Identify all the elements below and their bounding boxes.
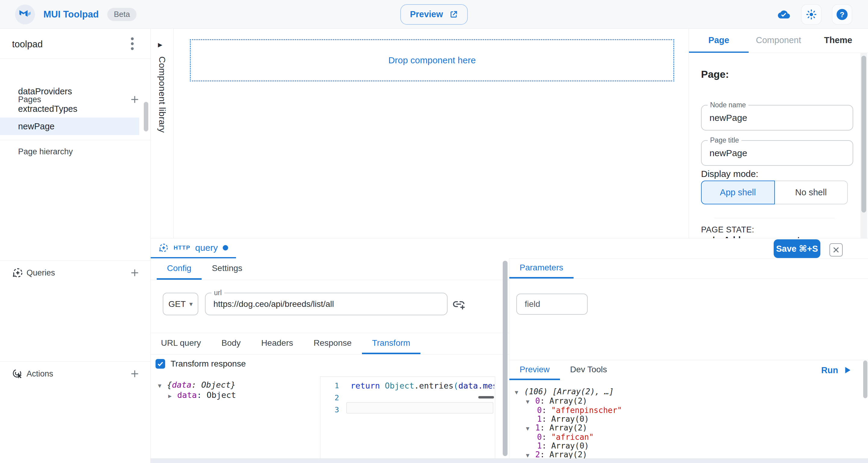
sidebar-item-dataProviders[interactable]: dataProviders bbox=[0, 83, 139, 100]
inspector-scrollbar[interactable] bbox=[861, 53, 867, 238]
no-shell-toggle[interactable]: No shell bbox=[775, 181, 848, 204]
actions-icon bbox=[12, 368, 23, 379]
tab-headers[interactable]: Headers bbox=[251, 333, 304, 354]
expand-triangle-icon[interactable]: ▶ bbox=[158, 41, 162, 48]
query-protocol-label: HTTP bbox=[174, 244, 190, 251]
node-name-input[interactable] bbox=[702, 105, 852, 130]
tab-settings[interactable]: Settings bbox=[202, 258, 253, 280]
beta-badge: Beta bbox=[107, 8, 137, 21]
close-query-button[interactable] bbox=[830, 243, 843, 256]
sidebar-item-newPage[interactable]: newPage bbox=[0, 118, 139, 135]
tab-config[interactable]: Config bbox=[157, 258, 202, 280]
expanded-arrow-icon[interactable]: ▼ bbox=[526, 451, 535, 459]
theme-toggle-button[interactable] bbox=[801, 4, 822, 25]
sidebar-item-extractedTypes[interactable]: extractedTypes bbox=[0, 100, 139, 118]
transform-response-row: Transform response bbox=[156, 358, 246, 370]
preview-button-label: Preview bbox=[410, 9, 443, 19]
tab-page[interactable]: Page bbox=[689, 29, 749, 53]
tab-component[interactable]: Component bbox=[749, 29, 808, 53]
editor-cursor-dash bbox=[478, 396, 494, 399]
bind-url-button[interactable] bbox=[452, 297, 466, 311]
mui-logo-icon bbox=[19, 10, 31, 19]
add-action-button[interactable] bbox=[128, 367, 141, 380]
expanded-arrow-icon[interactable]: ▼ bbox=[158, 381, 167, 390]
actions-section-label: Actions bbox=[27, 369, 53, 379]
tab-dev-tools[interactable]: Dev Tools bbox=[560, 360, 617, 380]
preview-button[interactable]: Preview bbox=[400, 4, 468, 25]
tree-row[interactable]: ▼0: Array(2) bbox=[509, 397, 861, 406]
page-heading: Page: bbox=[701, 68, 729, 80]
tree-row[interactable]: ▶data: Object bbox=[151, 390, 236, 401]
add-page-parameters-label: Add page parameters bbox=[724, 235, 813, 239]
inspector-panel: PageComponentTheme Page: Node name Page … bbox=[689, 29, 868, 238]
results-tab-row: PreviewDev Tools Run bbox=[509, 360, 868, 380]
component-dropzone[interactable]: Drop component here bbox=[190, 39, 674, 82]
dropzone-text: Drop component here bbox=[388, 55, 475, 65]
node-name-field[interactable]: Node name bbox=[701, 105, 853, 130]
mui-toolpad-app: MUI Toolpad Beta Preview bbox=[0, 0, 868, 463]
editor-current-line-box bbox=[346, 402, 493, 413]
tab-body[interactable]: Body bbox=[211, 333, 251, 354]
tree-row[interactable]: ▼(106) [Array(2), …] bbox=[509, 387, 861, 397]
kebab-menu-icon bbox=[130, 37, 134, 50]
run-button[interactable]: Run bbox=[821, 360, 851, 380]
brand: MUI Toolpad Beta bbox=[15, 0, 136, 29]
tab-theme[interactable]: Theme bbox=[808, 29, 868, 53]
code-line: return Object.entries(data.messag bbox=[350, 380, 494, 392]
tree-row[interactable]: ▼2: Array(2) bbox=[509, 450, 861, 459]
results-scrollbar[interactable] bbox=[863, 361, 867, 398]
url-field[interactable]: url bbox=[205, 293, 447, 315]
app-shell-toggle[interactable]: App shell bbox=[701, 181, 775, 204]
play-icon bbox=[844, 366, 851, 374]
expanded-arrow-icon[interactable]: ▼ bbox=[515, 388, 524, 397]
tree-row[interactable]: ▼1: Array(2) bbox=[509, 424, 861, 433]
project-row: toolpad bbox=[0, 29, 150, 59]
config-section-scrollbar[interactable] bbox=[503, 261, 507, 456]
query-editor-panel: HTTP query Save ⌘+S ConfigSettings GET ▾… bbox=[151, 238, 868, 463]
unsaved-changes-dot bbox=[223, 245, 228, 250]
query-name-label: query bbox=[195, 243, 218, 253]
page-title-input[interactable] bbox=[702, 141, 852, 165]
query-config-section: ConfigSettings GET ▾ url URL queryBodyHe… bbox=[151, 258, 509, 459]
tab-url-query[interactable]: URL query bbox=[151, 333, 211, 354]
transform-code-editor[interactable]: 123 return Object.entries(data.messag bbox=[320, 376, 495, 459]
page-title-field[interactable]: Page title bbox=[701, 140, 853, 166]
subdirectory-arrow-icon: ↳ bbox=[712, 235, 719, 238]
expanded-arrow-icon[interactable]: ▼ bbox=[526, 397, 535, 406]
http-method-select[interactable]: GET ▾ bbox=[163, 293, 198, 315]
save-button[interactable]: Save ⌘+S bbox=[774, 239, 820, 258]
display-mode-toggle: App shell No shell bbox=[701, 181, 848, 204]
help-button[interactable]: ? bbox=[832, 4, 852, 25]
page-hierarchy-row[interactable]: Page hierarchy bbox=[0, 143, 150, 160]
divider bbox=[715, 218, 835, 218]
transform-response-checkbox[interactable] bbox=[156, 359, 165, 369]
page-canvas: Drop component here bbox=[174, 29, 689, 238]
url-input[interactable] bbox=[206, 293, 447, 315]
component-library-strip[interactable]: ▶ Component library bbox=[151, 29, 174, 238]
display-mode-label: Display mode: bbox=[701, 169, 758, 179]
collapsed-arrow-icon[interactable]: ▶ bbox=[168, 391, 177, 401]
parameter-input[interactable] bbox=[517, 294, 587, 314]
tab-parameters[interactable]: Parameters bbox=[509, 258, 574, 279]
queries-section-header: Queries bbox=[0, 265, 150, 281]
line-number: 2 bbox=[320, 392, 339, 404]
tab-preview[interactable]: Preview bbox=[509, 360, 560, 380]
tree-row: 0: "affenpinscher" bbox=[509, 406, 861, 415]
pages-list: dataProvidersextractedTypesnewPage bbox=[0, 83, 139, 135]
sidebar-scrollbar[interactable] bbox=[144, 102, 148, 131]
plus-icon bbox=[130, 369, 140, 379]
tree-row[interactable]: ▼{data: Object} bbox=[151, 380, 236, 390]
horizontal-scrollbar-track[interactable] bbox=[151, 459, 868, 463]
explorer-sidebar: toolpad Pages dataProvidersextractedType… bbox=[0, 29, 151, 463]
add-page-parameters-button[interactable]: ↳ Add page parameters bbox=[712, 235, 813, 238]
expanded-arrow-icon[interactable]: ▼ bbox=[526, 424, 535, 433]
query-tab[interactable]: HTTP query bbox=[151, 239, 236, 258]
tab-response[interactable]: Response bbox=[303, 333, 362, 354]
project-menu-button[interactable] bbox=[126, 37, 138, 50]
help-icon: ? bbox=[835, 8, 849, 21]
parameter-field[interactable] bbox=[516, 294, 588, 315]
tab-transform[interactable]: Transform bbox=[362, 333, 421, 354]
page-state-label: PAGE STATE: bbox=[701, 225, 754, 235]
actions-section-header: Actions bbox=[0, 365, 150, 382]
add-query-button[interactable] bbox=[128, 266, 141, 279]
